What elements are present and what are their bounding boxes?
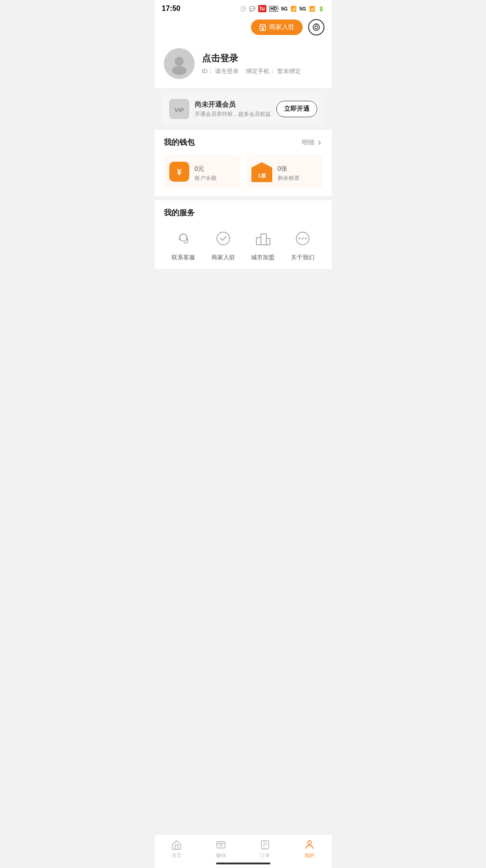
svg-point-3 [315, 26, 318, 29]
wallet-balance-amount: 0元 [195, 162, 216, 174]
svg-rect-15 [186, 238, 188, 240]
wallet-tickets-amount: 0张 [278, 162, 299, 174]
avatar [164, 48, 195, 79]
top-action-bar: 商家入驻 [155, 15, 332, 41]
status-icons: 🕐 💬 fu HD 5G 📶 5G 📶 🔋 [240, 5, 324, 12]
wallet-tickets-card[interactable]: 1票 0张 剩余粮票 [246, 155, 323, 188]
service-label-merchant-join: 商家入驻 [211, 253, 235, 262]
signal-bars-1: 📶 [290, 6, 297, 12]
vip-badge-icon: VIP [169, 99, 189, 119]
svg-text:1票: 1票 [258, 173, 266, 179]
svg-point-23 [302, 238, 304, 239]
customer-service-icon [172, 227, 195, 250]
scan-button[interactable] [308, 19, 324, 35]
services-grid: 联系客服 商家入驻 [164, 227, 323, 262]
wallet-cards: ¥ 0元 账户余额 1票 [164, 155, 323, 188]
profile-name: 点击登录 [202, 52, 301, 64]
svg-rect-17 [256, 238, 261, 245]
vip-activate-button[interactable]: 立即开通 [276, 101, 317, 117]
hd-badge: HD [269, 6, 278, 12]
wallet-balance-info: 0元 账户余额 [195, 162, 216, 182]
vip-banner[interactable]: VIP 尚未开通会员 开通会员享特权，超多会员权益 立即开通 [162, 93, 324, 125]
svg-point-16 [217, 232, 230, 245]
services-title: 我的服务 [164, 208, 323, 218]
about-us-icon [291, 227, 314, 250]
merchant-join-icon [212, 227, 235, 250]
svg-point-6 [172, 66, 187, 75]
profile-id: ID： 请先登录 [202, 67, 239, 75]
vip-subtitle: 开通会员享特权，超多会员权益 [195, 110, 271, 118]
profile-section[interactable]: 点击登录 ID： 请先登录 绑定手机： 暂未绑定 [155, 41, 332, 88]
wallet-title: 我的钱包 [164, 137, 195, 148]
svg-rect-18 [261, 234, 266, 245]
ticket-icon: 1票 [251, 161, 272, 182]
avatar-placeholder-icon [168, 52, 191, 75]
money-icon: ¥ [169, 162, 189, 182]
services-section: 我的服务 联系客服 [155, 200, 332, 269]
wallet-tickets-label: 剩余粮票 [278, 174, 299, 182]
yuan-icon: ¥ [173, 166, 185, 178]
vip-title: 尚未开通会员 [195, 100, 271, 109]
wallet-balance-card[interactable]: ¥ 0元 账户余额 [164, 155, 241, 188]
status-time: 17:50 [162, 5, 181, 13]
service-item-city-alliance[interactable]: 城市加盟 [251, 227, 275, 262]
status-bar: 17:50 🕐 💬 fu HD 5G 📶 5G 📶 🔋 [155, 0, 332, 15]
merchant-enter-button[interactable]: 商家入驻 [251, 20, 303, 35]
svg-point-22 [299, 238, 300, 239]
vip-icon: VIP [171, 100, 188, 118]
service-item-customer-service[interactable]: 联系客服 [172, 227, 195, 262]
battery-icon: 🔋 [318, 6, 324, 12]
alarm-icon: 🕐 [240, 6, 246, 12]
profile-info: 点击登录 ID： 请先登录 绑定手机： 暂未绑定 [202, 52, 301, 75]
svg-point-5 [175, 57, 184, 66]
service-item-merchant-join[interactable]: 商家入驻 [211, 227, 235, 262]
service-label-about-us: 关于我们 [291, 253, 314, 262]
signal-bars-2: 📶 [309, 6, 315, 12]
svg-rect-14 [179, 238, 181, 240]
ticket-svg: 1票 [251, 161, 272, 182]
headset-icon [174, 229, 192, 248]
service-label-customer-service: 联系客服 [172, 253, 195, 262]
svg-point-24 [305, 238, 307, 239]
city-alliance-icon [251, 227, 274, 250]
service-label-city-alliance: 城市加盟 [251, 253, 275, 262]
profile-phone: 绑定手机： 暂未绑定 [246, 67, 301, 75]
svg-rect-1 [262, 28, 264, 30]
wallet-header: 我的钱包 明细 [164, 137, 323, 148]
svg-text:¥: ¥ [177, 168, 181, 177]
signal-5g-1: 5G [281, 6, 288, 11]
chat-icon: 💬 [249, 6, 255, 12]
svg-rect-19 [266, 238, 270, 245]
dots-circle-icon [294, 229, 312, 248]
signal-5g-2: 5G [299, 6, 306, 11]
app-icon: fu [258, 5, 266, 12]
wallet-detail-button[interactable]: 明细 [302, 139, 323, 147]
wallet-section: 我的钱包 明细 ¥ 0元 账户余额 [155, 130, 332, 196]
scan-icon [312, 23, 321, 32]
service-item-about-us[interactable]: 关于我们 [291, 227, 314, 262]
svg-point-2 [313, 24, 319, 30]
chevron-right-icon [316, 139, 323, 146]
wallet-tickets-info: 0张 剩余粮票 [278, 162, 299, 182]
wallet-balance-label: 账户余额 [195, 174, 216, 182]
verified-store-icon [214, 229, 232, 248]
profile-meta: ID： 请先登录 绑定手机： 暂未绑定 [202, 67, 301, 75]
store-icon [259, 24, 266, 31]
svg-text:VIP: VIP [174, 107, 184, 114]
vip-text: 尚未开通会员 开通会员享特权，超多会员权益 [195, 100, 271, 118]
city-icon [254, 229, 272, 248]
